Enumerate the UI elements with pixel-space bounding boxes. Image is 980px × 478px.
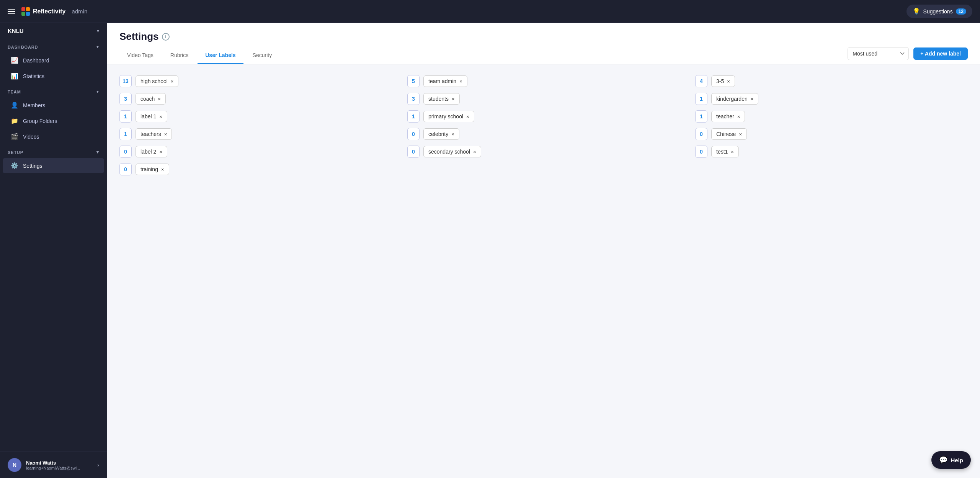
label-row: 0secondary school× — [407, 146, 680, 158]
label-name: kindergarden — [716, 96, 748, 102]
label-row: 1teachers× — [119, 128, 392, 140]
dashboard-chevron-icon: ▾ — [96, 44, 99, 49]
sidebar-item-label: Statistics — [23, 73, 44, 79]
content-area: Settings i Video Tags Rubrics User Label… — [107, 23, 980, 478]
label-row: 1teacher× — [695, 110, 968, 123]
suggestions-button[interactable]: 💡 Suggestions 12 — [906, 5, 972, 18]
close-icon[interactable]: × — [751, 97, 754, 101]
label-count: 1 — [695, 110, 707, 123]
info-icon[interactable]: i — [162, 33, 170, 41]
label-count: 4 — [695, 75, 707, 87]
sidebar-item-statistics[interactable]: 📊 Statistics — [3, 69, 104, 83]
settings-title-row: Settings i — [119, 31, 968, 43]
close-icon[interactable]: × — [731, 149, 734, 154]
labels-area: 13high school×3coach×1label 1×1teachers×… — [107, 64, 980, 478]
setup-section-label: SETUP — [8, 150, 23, 155]
label-tag[interactable]: training× — [136, 164, 169, 175]
label-name: high school — [140, 78, 168, 84]
tabs-actions: Most used Least used Alphabetical + Add … — [848, 47, 968, 64]
tab-security[interactable]: Security — [245, 49, 280, 64]
label-tag[interactable]: label 2× — [136, 146, 167, 157]
tab-video-tags[interactable]: Video Tags — [119, 49, 161, 64]
label-row: 0training× — [119, 163, 392, 175]
sidebar-item-group-folders[interactable]: 📁 Group Folders — [3, 113, 104, 128]
add-label-button[interactable]: + Add new label — [913, 47, 968, 60]
org-chevron-icon[interactable]: ▾ — [97, 28, 99, 34]
label-tag[interactable]: 3-5× — [711, 75, 735, 87]
label-name: 3-5 — [716, 78, 724, 84]
close-icon[interactable]: × — [727, 79, 730, 84]
close-icon[interactable]: × — [737, 114, 740, 119]
label-tag[interactable]: primary school× — [423, 111, 474, 122]
label-name: training — [140, 166, 158, 172]
sidebar-user-footer[interactable]: N Naomi Watts learning+NaomiWatts@swi...… — [0, 452, 107, 478]
label-row: 1kindergarden× — [695, 93, 968, 105]
label-name: coach — [140, 96, 155, 102]
close-icon[interactable]: × — [171, 79, 174, 84]
label-name: teacher — [716, 113, 734, 120]
label-tag[interactable]: students× — [423, 93, 460, 105]
team-section-header[interactable]: TEAM ▾ — [0, 84, 107, 97]
label-tag[interactable]: teacher× — [711, 111, 745, 122]
close-icon[interactable]: × — [159, 149, 162, 154]
close-icon[interactable]: × — [164, 132, 167, 137]
dashboard-icon: 📈 — [11, 57, 18, 64]
sidebar-item-label: Dashboard — [23, 57, 49, 64]
avatar: N — [8, 458, 21, 472]
sidebar-item-label: Group Folders — [23, 118, 57, 124]
tab-user-labels[interactable]: User Labels — [198, 49, 243, 64]
label-tag[interactable]: Chinese× — [711, 128, 747, 140]
label-tag[interactable]: celebrity× — [423, 128, 459, 140]
setup-section-header[interactable]: SETUP ▾ — [0, 144, 107, 158]
label-row: 5team admin× — [407, 75, 680, 87]
label-row: 0Chinese× — [695, 128, 968, 140]
sidebar-item-dashboard[interactable]: 📈 Dashboard — [3, 53, 104, 68]
user-email: learning+NaomiWatts@swi... — [26, 466, 93, 470]
close-icon[interactable]: × — [451, 132, 454, 137]
label-tag[interactable]: label 1× — [136, 111, 167, 122]
label-tag[interactable]: kindergarden× — [711, 93, 758, 105]
label-row: 1primary school× — [407, 110, 680, 123]
dashboard-section-header[interactable]: DASHBOARD ▾ — [0, 39, 107, 52]
label-name: label 2 — [140, 149, 156, 155]
logo-area: Reflectivity — [21, 7, 65, 16]
help-button[interactable]: 💬 Help — [931, 451, 971, 469]
close-icon[interactable]: × — [452, 97, 455, 101]
close-icon[interactable]: × — [473, 149, 476, 154]
org-name: KNLU — [8, 28, 24, 34]
suggestions-badge: 12 — [956, 8, 966, 15]
labels-grid: 13high school×3coach×1label 1×1teachers×… — [119, 75, 968, 175]
sidebar-item-label: Settings — [23, 163, 42, 169]
sidebar-item-videos[interactable]: 🎬 Videos — [3, 129, 104, 144]
label-row: 0celebrity× — [407, 128, 680, 140]
help-label: Help — [951, 457, 963, 463]
label-tag[interactable]: teachers× — [136, 128, 172, 140]
label-tag[interactable]: test1× — [711, 146, 739, 157]
sort-select[interactable]: Most used Least used Alphabetical — [848, 47, 909, 60]
close-icon[interactable]: × — [159, 114, 162, 119]
close-icon[interactable]: × — [459, 79, 462, 84]
user-info: Naomi Watts learning+NaomiWatts@swi... — [26, 460, 93, 470]
admin-label: admin — [72, 8, 87, 15]
label-row: 3students× — [407, 93, 680, 105]
close-icon[interactable]: × — [158, 97, 161, 101]
close-icon[interactable]: × — [466, 114, 469, 119]
main-layout: KNLU ▾ DASHBOARD ▾ 📈 Dashboard 📊 Statist… — [0, 23, 980, 478]
label-count: 1 — [119, 110, 132, 123]
label-tag[interactable]: secondary school× — [423, 146, 481, 157]
settings-header: Settings i Video Tags Rubrics User Label… — [107, 23, 980, 64]
label-name: primary school — [428, 113, 463, 120]
close-icon[interactable]: × — [161, 167, 164, 172]
hamburger-icon[interactable] — [8, 9, 15, 14]
org-section: KNLU ▾ — [0, 23, 107, 39]
label-tag[interactable]: high school× — [136, 75, 178, 87]
topbar: Reflectivity admin 💡 Suggestions 12 — [0, 0, 980, 23]
label-count: 0 — [119, 146, 132, 158]
members-icon: 👤 — [11, 101, 18, 109]
close-icon[interactable]: × — [739, 132, 742, 137]
label-tag[interactable]: team admin× — [423, 75, 467, 87]
sidebar-item-members[interactable]: 👤 Members — [3, 98, 104, 113]
tab-rubrics[interactable]: Rubrics — [163, 49, 196, 64]
label-tag[interactable]: coach× — [136, 93, 166, 105]
sidebar-item-settings[interactable]: ⚙️ Settings — [3, 158, 104, 173]
